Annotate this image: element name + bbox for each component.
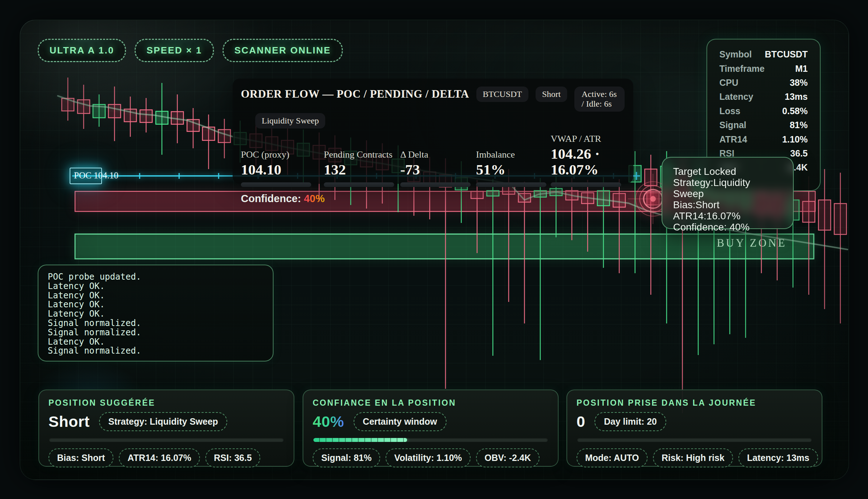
status-badges: ULTRA A 1.0SPEED × 1SCANNER ONLINE	[38, 39, 343, 62]
metric-value: -73	[400, 162, 474, 177]
metric-value: 51%	[476, 162, 550, 177]
confidence-label: Confidence:	[241, 193, 301, 204]
status-badge[interactable]: SPEED × 1	[135, 39, 214, 62]
stat-label: ATR14	[719, 134, 747, 145]
poc-price-label: POC 104.10	[74, 171, 118, 181]
stats-row: Loss0.58%	[719, 104, 808, 118]
candle-body	[818, 200, 831, 230]
stat-label: Symbol	[719, 49, 752, 60]
tooltip-line: Strategy:Liquidity Sweep	[673, 177, 782, 199]
stats-row: CPU38%	[719, 76, 808, 90]
info-chip: Volatility: 1.10%	[386, 448, 471, 467]
metric-label: Δ Delta	[400, 149, 476, 160]
metric-label: Imbalance	[476, 149, 551, 160]
day-limit-pill: Day limit: 20	[594, 412, 666, 431]
info-chip: Signal: 81%	[313, 448, 380, 467]
candle-body	[108, 104, 121, 118]
stats-row: Signal81%	[719, 118, 808, 132]
log-line: Latency OK.	[48, 309, 263, 319]
buy-zone	[75, 234, 814, 259]
candle-body	[834, 204, 846, 234]
metric-label: VWAP / ATR	[551, 134, 625, 144]
metric-column: Δ Delta-73	[400, 149, 476, 187]
candle-body	[78, 100, 90, 113]
candle-body	[202, 127, 215, 140]
metric-label: Pending Contracts	[324, 149, 400, 160]
stat-value: 38%	[790, 78, 808, 88]
stat-value: 81%	[790, 120, 808, 130]
status-badge[interactable]: ULTRA A 1.0	[38, 39, 126, 62]
metric-column: Pending Contracts132	[324, 149, 400, 187]
card-title: CONFIANCE EN LA POSITION	[313, 398, 549, 408]
info-chip: ATR14: 16.07%	[119, 448, 200, 467]
progress-track	[313, 438, 548, 442]
stat-value: M1	[795, 64, 808, 74]
order-flow-title: ORDER FLOW — POC / PENDING / DELTA	[241, 87, 469, 102]
metric-progress-track	[476, 182, 546, 187]
tooltip-line: ATR14:16.07%	[673, 210, 782, 221]
metric-value: 104.10	[241, 162, 314, 177]
confidence-percent-value: 40%	[313, 413, 344, 430]
metric-value: 132	[324, 162, 397, 177]
status-badge[interactable]: SCANNER ONLINE	[223, 39, 343, 62]
log-line: Latency OK.	[48, 300, 263, 309]
active-idle-badge: Active: 6s / Idle: 6s	[574, 87, 625, 112]
info-chip: OBV: -2.4K	[476, 448, 540, 467]
stat-value: 0.58%	[782, 106, 808, 116]
side-badge: Short	[536, 87, 567, 102]
log-line: Signal normalized.	[48, 346, 263, 356]
certainty-window-pill: Certainty window	[354, 412, 447, 431]
card-chips: Mode: AUTORisk: High riskLatency: 13ms	[577, 448, 812, 467]
log-line: Latency OK.	[48, 337, 263, 347]
stat-value: 1.10%	[782, 134, 808, 145]
stat-value: 13ms	[785, 92, 808, 102]
metric-column: Imbalance51%	[476, 149, 551, 187]
stat-label: CPU	[719, 78, 738, 88]
log-line: Signal normalized.	[48, 319, 263, 328]
metric-progress-track	[324, 182, 394, 187]
card-chips: Signal: 81%Volatility: 1.10%OBV: -2.4K	[313, 448, 549, 467]
stat-value: BTCUSDT	[765, 49, 808, 60]
event-log-panel: POC probe updated.Latency OK.Latency OK.…	[38, 265, 274, 362]
order-flow-panel: ORDER FLOW — POC / PENDING / DELTA BTCUS…	[233, 79, 633, 184]
metric-value: 104.26 · 16.07%	[551, 146, 624, 177]
card-position-suggeree: POSITION SUGGÉRÉE Short Strategy: Liquid…	[38, 390, 294, 467]
poc-price-tag: POC 104.10	[70, 168, 102, 184]
strategy-badge: Liquidity Sweep	[255, 113, 325, 129]
confidence-readout: Confidence: 40%	[241, 193, 625, 205]
metric-progress-track	[551, 182, 621, 187]
info-chip: Latency: 13ms	[738, 448, 818, 467]
info-chip: Bias: Short	[48, 448, 113, 467]
candle-body	[803, 201, 815, 222]
order-flow-metrics: POC (proxy)104.10Pending Contracts132Δ D…	[241, 134, 625, 187]
tooltip-line: Confidence: 40%	[673, 221, 782, 233]
log-line: Latency OK.	[48, 291, 263, 300]
info-chip: Risk: High risk	[653, 448, 733, 467]
card-positions-journee: POSITION PRISE DANS LA JOURNÉE 0 Day lim…	[566, 390, 822, 467]
strategy-pill: Strategy: Liquidity Sweep	[99, 412, 228, 431]
stats-row: Latency13ms	[719, 90, 808, 104]
log-line: POC probe updated.	[48, 272, 263, 282]
log-line: Latency OK.	[48, 282, 263, 291]
progress-fill	[313, 438, 407, 442]
stat-label: Signal	[719, 120, 746, 130]
progress-track	[49, 438, 284, 442]
stats-row: SymbolBTCUSDT	[719, 47, 808, 61]
target-locked-tooltip: Target LockedStrategy:Liquidity SweepBia…	[662, 157, 794, 229]
tooltip-line: Bias:Short	[673, 199, 782, 210]
info-chip: Mode: AUTO	[577, 448, 648, 467]
card-confiance-position: CONFIANCE EN LA POSITION 40% Certainty w…	[303, 390, 559, 467]
stat-label: Loss	[719, 106, 740, 116]
card-title: POSITION SUGGÉRÉE	[48, 398, 284, 408]
stat-value: 36.5	[790, 148, 808, 159]
info-chip: RSI: 36.5	[205, 448, 261, 467]
confidence-value: 40%	[304, 193, 325, 204]
symbol-badge: BTCUSDT	[476, 87, 528, 102]
metric-progress-track	[241, 182, 311, 187]
metric-label: POC (proxy)	[241, 149, 324, 160]
candle-body	[140, 110, 152, 122]
stat-label: Latency	[719, 92, 753, 102]
metric-progress-track	[400, 182, 471, 187]
stats-row: TimeframeM1	[719, 61, 808, 75]
tooltip-line: Target Locked	[673, 166, 782, 177]
